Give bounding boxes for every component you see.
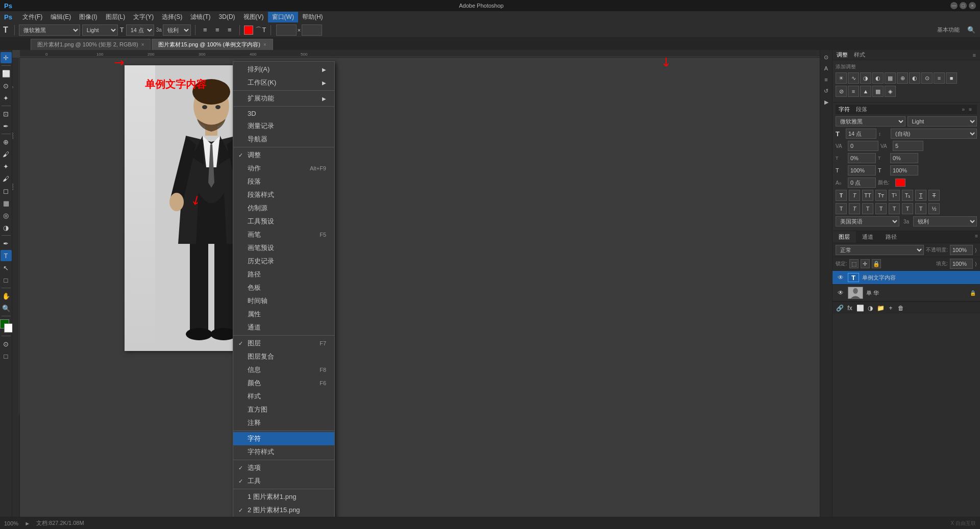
adj-vibrance[interactable]: ◐ <box>872 72 884 84</box>
minimize-button[interactable]: — <box>950 2 958 9</box>
menu-image[interactable]: 图像(I) <box>75 12 101 22</box>
font-style-select[interactable]: Light <box>82 24 118 36</box>
char-hscale-input[interactable] <box>848 153 876 163</box>
crop-tool[interactable]: ⊡ <box>1 108 12 119</box>
char-size-input[interactable] <box>846 129 876 139</box>
ri-adjustments-button[interactable]: ⊙ <box>821 52 831 62</box>
dropdown-character[interactable]: 字符 <box>233 432 334 445</box>
adj-exposure[interactable]: ◑ <box>860 72 871 84</box>
char-font-select[interactable]: 微软雅黑 <box>836 116 905 127</box>
dropdown-histogram[interactable]: 直方图 <box>233 403 334 416</box>
char-caps-button[interactable]: TT <box>862 190 873 201</box>
shape-tool[interactable]: □ <box>1 274 12 286</box>
dropdown-clone-source[interactable]: 仿制源 <box>233 201 334 215</box>
dropdown-brush[interactable]: 画笔 F5 <box>233 228 334 241</box>
lock-pixel-button[interactable]: ⬚ <box>849 259 859 268</box>
ri-history-button[interactable]: ↺ <box>821 86 831 96</box>
patch-tool[interactable]: ⊕ <box>1 136 12 147</box>
menu-file[interactable]: 文件(F) <box>18 12 46 22</box>
char-faux4-button[interactable]: T <box>875 203 887 214</box>
layers-panel-options-btn[interactable]: ≡ <box>973 231 980 243</box>
dropdown-adjustments[interactable]: ✓ 调整 <box>233 148 334 162</box>
menu-view[interactable]: 视图(V) <box>239 12 268 22</box>
warp-text-button[interactable]: ⌒T <box>255 24 266 36</box>
brush-tool[interactable]: 🖌 <box>1 148 12 160</box>
dropdown-paths[interactable]: 路径 <box>233 268 334 281</box>
char-under-button[interactable]: T <box>915 190 926 201</box>
tab-file1-close[interactable]: × <box>141 42 144 47</box>
char-faux5-button[interactable]: T <box>889 203 900 214</box>
layer-new-btn[interactable]: + <box>887 304 895 312</box>
menu-text[interactable]: 文字(Y) <box>129 12 158 22</box>
dropdown-layers[interactable]: ✓ 图层 F7 <box>233 337 334 350</box>
char-baseline-input[interactable] <box>848 178 876 188</box>
dropdown-paragraph[interactable]: 段落 <box>233 175 334 188</box>
fill-input[interactable] <box>950 259 973 269</box>
adj-curves[interactable]: ∿ <box>848 72 859 84</box>
layers-tab-layers[interactable]: 图层 <box>832 231 856 243</box>
char-hscale-pct-input[interactable] <box>848 165 876 175</box>
dropdown-tools[interactable]: ✓ 工具 <box>233 474 334 488</box>
magic-wand-tool[interactable]: ✦ <box>1 92 12 104</box>
dropdown-info[interactable]: 信息 F8 <box>233 363 334 376</box>
char-tracking-input[interactable] <box>893 141 923 151</box>
dropdown-file1[interactable]: 1 图片素材1.png <box>233 490 334 503</box>
layer-eye-text[interactable]: 👁 <box>837 273 845 282</box>
adj-hsl[interactable]: ▦ <box>885 72 896 84</box>
dropdown-options[interactable]: ✓ 选项 <box>233 461 334 474</box>
adj-bw[interactable]: ◐ <box>909 72 920 84</box>
char-sub-button[interactable]: T₁ <box>902 190 913 201</box>
layer-eye-image[interactable]: 👁 <box>837 289 845 297</box>
char-half-button[interactable]: ½ <box>928 203 940 214</box>
ri-layers-button[interactable]: ≡ <box>821 74 831 85</box>
layers-tab-channels[interactable]: 通道 <box>856 231 879 243</box>
panel-options-button[interactable]: ≡ <box>973 52 976 58</box>
char-aa-mode-select[interactable]: 锐利 <box>913 216 977 226</box>
move-tool[interactable]: ✛ <box>1 52 12 63</box>
layer-item-text[interactable]: 👁 T 单例文字内容 <box>832 271 980 285</box>
char-italic-button[interactable]: T <box>849 190 860 201</box>
menu-window[interactable]: 窗口(W) <box>268 12 298 22</box>
adj-invert[interactable]: ⊘ <box>836 86 847 97</box>
dropdown-history[interactable]: 历史记录 <box>233 255 334 268</box>
layer-adj-btn[interactable]: ◑ <box>866 304 874 312</box>
zoom-tool[interactable]: 🔍 <box>1 303 12 314</box>
adj-threshold[interactable]: ▲ <box>860 86 871 97</box>
dropdown-notes[interactable]: 注释 <box>233 416 334 430</box>
adj-posterize[interactable]: ≡ <box>848 86 859 97</box>
dropdown-layer-comps[interactable]: 图层复合 <box>233 350 334 363</box>
ri-actions-button[interactable]: ▶ <box>821 97 831 107</box>
dropdown-brush-presets[interactable]: 画笔预设 <box>233 241 334 255</box>
text-color-swatch[interactable] <box>244 26 253 35</box>
char-smallcaps-button[interactable]: Tᴛ <box>875 190 887 201</box>
adj-channel-mixer[interactable]: ≡ <box>934 72 945 84</box>
char-panel-options[interactable]: ≡ <box>967 107 974 112</box>
char-faux2-button[interactable]: T <box>849 203 860 214</box>
pen-tool[interactable]: ✒ <box>1 238 12 249</box>
blend-mode-select[interactable]: 正常 <box>836 245 924 255</box>
dropdown-timeline[interactable]: 时间轴 <box>233 294 334 308</box>
font-size-select[interactable]: 14 点 <box>126 24 154 36</box>
gradient-tool[interactable]: ▦ <box>1 197 12 209</box>
adj-color-balance[interactable]: ⊕ <box>897 72 908 84</box>
char-vscale-input[interactable] <box>890 153 918 163</box>
dropdown-actions[interactable]: 动作 Alt+F9 <box>233 162 334 175</box>
lock-position-button[interactable]: ✛ <box>861 259 870 268</box>
char-strike-button[interactable]: T <box>928 190 940 201</box>
dropdown-navigator[interactable]: 导航器 <box>233 133 334 146</box>
lock-all-button[interactable]: 🔒 <box>872 259 881 268</box>
menu-filter[interactable]: 滤镜(T) <box>186 12 214 22</box>
quick-mask-tool[interactable]: ⊙ <box>1 338 12 349</box>
dropdown-arrange[interactable]: 排列(A) ▶ <box>233 63 334 76</box>
select-tool[interactable]: ⬜ <box>1 68 12 79</box>
blur-tool[interactable]: ◎ <box>1 210 12 221</box>
layer-fx-btn[interactable]: fx <box>846 304 854 312</box>
char-faux1-button[interactable]: T <box>836 203 847 214</box>
path-select-tool[interactable]: ↖ <box>1 262 12 273</box>
layer-del-btn[interactable]: 🗑 <box>897 304 905 312</box>
tab-file1[interactable]: 图片素材1.png @ 100% (矩形 2, RGB/8) × <box>31 39 151 50</box>
dropdown-file2[interactable]: ✓ 2 图片素材15.png <box>233 503 334 517</box>
dropdown-paragraph-style[interactable]: 段落样式 <box>233 188 334 201</box>
adj-color-lookup[interactable]: ■ <box>946 72 957 84</box>
maximize-button[interactable]: □ <box>960 2 967 9</box>
